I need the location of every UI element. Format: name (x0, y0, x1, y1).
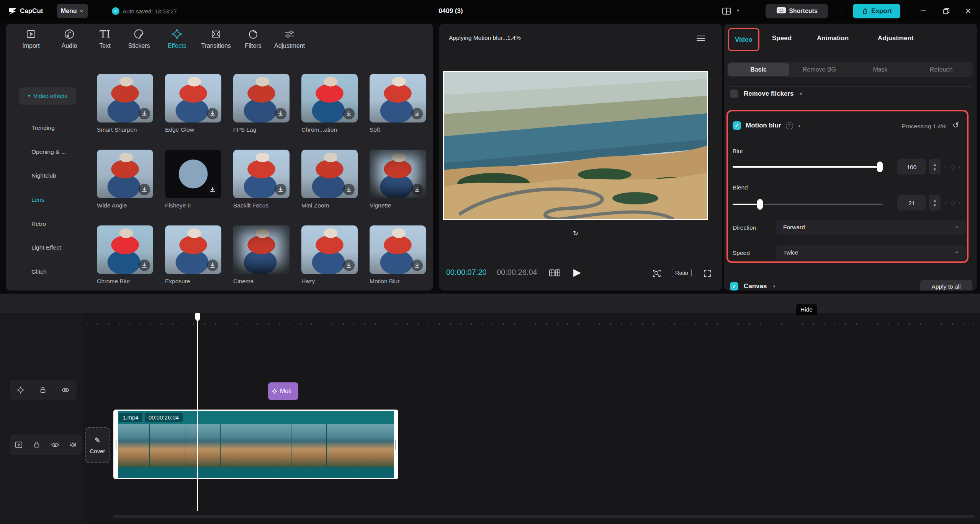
category-header-video-effects[interactable]: ▼ Video effects (19, 87, 76, 105)
blur-stepper[interactable]: ▲▼ (929, 159, 941, 175)
download-icon[interactable] (207, 260, 218, 271)
download-icon[interactable] (411, 260, 423, 271)
inspector-tab-adjustment[interactable]: Adjustment (878, 34, 914, 42)
mute-track-icon[interactable] (69, 441, 77, 449)
inspector-tab-video[interactable]: Video (728, 28, 759, 51)
motion-blur-checkbox[interactable]: ✓ (733, 121, 741, 130)
effect-card[interactable]: Smart Sharpen (97, 74, 165, 150)
effect-thumbnail[interactable] (165, 74, 221, 122)
sidebar-item-glitch[interactable]: Glitch (31, 268, 47, 275)
clip-trim-handle-left[interactable] (115, 411, 118, 479)
effect-card[interactable]: Fisheye II (165, 150, 233, 225)
cover-button[interactable]: ✎ Cover (85, 427, 110, 463)
playhead-line[interactable] (197, 314, 198, 511)
download-icon[interactable] (411, 184, 423, 195)
collapse-caret-icon[interactable]: ▲ (798, 124, 802, 128)
tab-stickers[interactable]: Stickers (123, 28, 155, 49)
effect-thumbnail[interactable] (370, 150, 426, 198)
effect-thumbnail[interactable] (233, 225, 290, 274)
effect-card[interactable]: Exposure (165, 225, 233, 291)
effect-card[interactable]: Vignette (370, 150, 433, 225)
effect-thumbnail[interactable] (233, 74, 290, 122)
menu-button[interactable]: Menu ⌄ (57, 4, 88, 18)
reset-icon[interactable]: ↺ (952, 121, 959, 130)
tab-transitions[interactable]: Transitions (197, 28, 235, 49)
restore-button[interactable] (943, 8, 950, 15)
effect-card[interactable]: Hazy (301, 225, 370, 291)
effect-thumbnail[interactable] (165, 150, 221, 198)
download-icon[interactable] (411, 108, 423, 119)
blend-slider[interactable] (733, 204, 883, 205)
sidebar-item-light-effect[interactable]: Light Effect (31, 244, 61, 251)
apply-to-all-button[interactable]: Apply to all (920, 280, 972, 291)
subtab-mask[interactable]: Mask (850, 63, 911, 76)
shortcuts-button[interactable]: Shortcuts (766, 4, 828, 18)
lock-icon[interactable] (39, 386, 47, 394)
close-button[interactable]: ✕ (965, 7, 971, 15)
caret-down-icon[interactable]: ▼ (772, 284, 776, 289)
remove-flickers-checkbox[interactable] (730, 90, 738, 98)
effect-thumbnail[interactable] (370, 225, 426, 274)
tab-import[interactable]: Import (16, 28, 46, 49)
effect-card[interactable]: Chrom...ation (301, 74, 370, 150)
download-icon[interactable] (139, 184, 150, 195)
effect-thumbnail[interactable] (301, 225, 358, 274)
blend-stepper[interactable]: ▲▼ (929, 195, 941, 211)
toggle-visibility-icon[interactable] (61, 386, 70, 394)
clip-trim-handle-right[interactable] (394, 411, 397, 479)
effect-thumbnail[interactable] (97, 225, 153, 274)
blur-value[interactable]: 100 (897, 159, 926, 175)
tab-audio[interactable]: Audio (54, 28, 84, 49)
lock-icon[interactable] (33, 441, 41, 449)
download-icon[interactable] (139, 260, 150, 271)
effect-card[interactable]: Backlit Focus (233, 150, 301, 225)
effect-card[interactable]: Soft (370, 74, 433, 150)
effect-thumbnail[interactable] (301, 74, 358, 122)
layout-caret-icon[interactable]: ▼ (736, 8, 740, 13)
help-icon[interactable]: ? (786, 122, 793, 129)
download-icon[interactable] (275, 184, 286, 195)
effect-card[interactable]: Wide Angle (97, 150, 165, 225)
motion-blur-header[interactable]: ✓ Motion blur ? ▲ (733, 121, 801, 130)
effect-thumbnail[interactable] (97, 74, 153, 122)
toggle-visibility-icon[interactable] (51, 441, 59, 449)
download-icon[interactable] (343, 260, 355, 271)
blend-value[interactable]: 21 (897, 195, 926, 211)
ratio-button[interactable]: Ratio (672, 269, 692, 277)
tab-adjustment[interactable]: Adjustment (270, 28, 309, 49)
minimize-button[interactable]: – (921, 5, 926, 15)
subtab-basic[interactable]: Basic (728, 63, 789, 76)
subtab-retouch[interactable]: Retouch (911, 63, 972, 76)
snapshot-icon[interactable] (652, 269, 661, 278)
effect-thumbnail[interactable] (165, 225, 221, 274)
effect-card[interactable]: Edge Glow (165, 74, 233, 150)
download-icon[interactable] (343, 108, 355, 119)
layout-panels-icon[interactable] (722, 7, 731, 16)
effect-thumbnail[interactable] (97, 150, 153, 198)
timeline-scrollbar[interactable] (113, 515, 974, 518)
effect-card[interactable]: Chrome Blur (97, 225, 165, 291)
effect-thumbnail[interactable] (301, 150, 358, 198)
effect-card[interactable]: FPS Lag (233, 74, 301, 150)
caret-down-icon[interactable]: ▼ (799, 92, 803, 96)
inspector-tab-speed[interactable]: Speed (772, 34, 792, 42)
download-icon[interactable] (207, 184, 218, 195)
download-icon[interactable] (139, 108, 150, 119)
download-icon[interactable] (343, 184, 355, 195)
frame-view-icon[interactable] (549, 269, 560, 277)
sidebar-item-retro[interactable]: Retro (31, 220, 46, 227)
blend-slider-handle[interactable] (757, 199, 763, 210)
direction-dropdown[interactable]: Forward ⌄ (776, 220, 966, 235)
sidebar-item-opening[interactable]: Opening & ... (31, 149, 66, 155)
effect-card[interactable]: Mini Zoom (301, 150, 370, 225)
tab-text[interactable]: TI Text (93, 28, 116, 49)
effect-thumbnail[interactable] (370, 74, 426, 122)
speed-dropdown[interactable]: Twice ⌄ (776, 245, 966, 260)
remove-flickers-row[interactable]: Remove flickers ▼ (730, 90, 803, 98)
subtab-remove-bg[interactable]: Remove BG (789, 63, 850, 76)
effect-card[interactable]: Cinema (233, 225, 301, 291)
play-button[interactable]: ▶ (573, 266, 581, 278)
fullscreen-icon[interactable] (703, 269, 712, 278)
tab-effects[interactable]: Effects (163, 28, 191, 49)
rotate-handle[interactable]: ↻ (570, 227, 581, 239)
